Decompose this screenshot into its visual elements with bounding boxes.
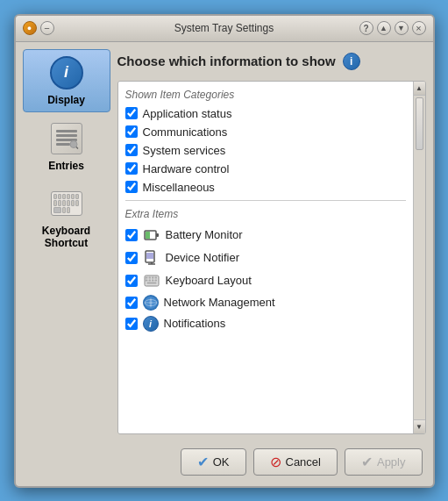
notifications-checkbox[interactable] [125, 318, 138, 330]
battery-monitor-checkbox[interactable] [125, 229, 138, 241]
communications-checkbox[interactable] [125, 125, 138, 138]
display-icon: i [50, 56, 83, 89]
network-management-label: Network Management [164, 296, 275, 309]
close-button[interactable]: × [412, 21, 426, 35]
items-scroll-container: Shown Item Categories Application status… [117, 81, 426, 434]
content-area: i Display [16, 42, 433, 486]
list-item: Application status [118, 104, 413, 123]
sidebar-label-keyboard: KeyboardShortcut [42, 225, 90, 249]
device-notifier-checkbox[interactable] [125, 252, 138, 264]
svg-rect-15 [148, 276, 151, 278]
svg-point-4 [70, 140, 77, 147]
miscellaneous-checkbox[interactable] [125, 181, 138, 193]
svg-rect-7 [156, 233, 159, 237]
ok-button[interactable]: ✔ OK [181, 448, 246, 476]
list-item: Battery Monitor [118, 224, 413, 247]
list-item: Device Notifier [118, 247, 413, 269]
network-management-icon [143, 295, 159, 311]
maximize-button[interactable]: ▲ [377, 21, 391, 35]
minimize-button[interactable]: − [40, 21, 54, 35]
system-services-label: System services [143, 144, 226, 157]
shown-categories-header: Shown Item Categories [118, 85, 413, 104]
display-icon-container: i [49, 55, 84, 90]
help-button[interactable]: ? [359, 21, 373, 35]
hardware-control-checkbox[interactable] [125, 162, 138, 175]
svg-rect-20 [152, 279, 154, 281]
svg-rect-8 [146, 232, 150, 239]
communications-label: Communications [143, 125, 228, 139]
svg-rect-21 [154, 279, 157, 281]
notifications-icon: i [143, 316, 159, 332]
svg-rect-10 [146, 253, 153, 259]
scroll-thumb-area [414, 96, 425, 419]
list-item: Network Management [118, 292, 413, 313]
network-management-checkbox[interactable] [125, 297, 138, 309]
battery-icon [143, 226, 160, 244]
sidebar-label-display: Display [47, 94, 85, 106]
header-title: Choose which information to show [117, 54, 336, 68]
ok-icon: ✔ [197, 454, 209, 470]
apply-label: Apply [377, 455, 406, 469]
sidebar-item-display[interactable]: i Display [23, 49, 110, 112]
svg-rect-3 [56, 143, 70, 146]
cancel-icon: ⊘ [270, 454, 281, 470]
scroll-down-button[interactable]: ▼ [414, 419, 425, 433]
window-title: System Tray Settings [174, 22, 274, 34]
sidebar: i Display [23, 49, 110, 479]
app-status-checkbox[interactable] [125, 107, 138, 119]
notifications-label: Notifications [164, 317, 226, 330]
list-item: Communications [118, 123, 413, 141]
items-content: Shown Item Categories Application status… [118, 82, 413, 433]
svg-rect-17 [154, 276, 157, 278]
titlebar-right-controls: ? ▲ ▼ × [359, 21, 426, 35]
app-status-label: Application status [143, 107, 232, 120]
hardware-control-label: Hardware control [143, 162, 230, 175]
svg-rect-0 [56, 130, 77, 132]
extra-items-header: Extra Items [118, 204, 413, 224]
svg-line-5 [76, 147, 78, 148]
miscellaneous-label: Miscellaneous [143, 181, 215, 194]
scroll-thumb[interactable] [416, 97, 423, 150]
sidebar-item-entries[interactable]: Entries [23, 116, 110, 177]
restore-button[interactable]: ▼ [395, 21, 409, 35]
list-item: System services [118, 141, 413, 160]
keyboard-layout-checkbox[interactable] [125, 275, 138, 287]
main-panel: Choose which information to show i Shown… [117, 49, 426, 479]
cancel-button[interactable]: ⊘ Cancel [253, 448, 338, 476]
svg-rect-19 [148, 279, 151, 281]
entries-icon [51, 123, 82, 154]
main-window: ● − System Tray Settings ? ▲ ▼ × [14, 14, 435, 488]
ok-label: OK [213, 455, 230, 469]
cancel-label: Cancel [286, 455, 321, 469]
svg-rect-22 [146, 282, 156, 283]
device-notifier-label: Device Notifier [166, 251, 240, 264]
button-bar: ✔ OK ⊘ Cancel ✔ Apply [117, 441, 426, 479]
list-item: i Notifications [118, 313, 413, 334]
titlebar: ● − System Tray Settings ? ▲ ▼ × [16, 16, 433, 42]
sidebar-item-keyboard[interactable]: KeyboardShortcut [23, 181, 110, 254]
keyboard-layout-label: Keyboard Layout [166, 274, 252, 287]
keyboard-icon-container [49, 186, 84, 221]
section-divider [125, 200, 406, 201]
apply-icon: ✔ [361, 454, 373, 470]
sidebar-label-entries: Entries [48, 160, 84, 172]
entries-icon-container [49, 121, 84, 156]
battery-monitor-label: Battery Monitor [166, 228, 243, 241]
info-icon: i [343, 53, 360, 70]
list-item: Keyboard Layout [118, 269, 413, 292]
svg-rect-1 [56, 134, 77, 137]
list-item: Hardware control [118, 160, 413, 178]
keyboard-icon [51, 191, 82, 216]
scroll-up-button[interactable]: ▲ [414, 82, 425, 96]
device-notifier-icon [143, 249, 160, 267]
apply-button[interactable]: ✔ Apply [345, 448, 423, 476]
window-icon: ● [23, 21, 37, 35]
system-services-checkbox[interactable] [125, 144, 138, 156]
window-controls: ● − [23, 21, 54, 35]
header-section: Choose which information to show i [117, 49, 426, 74]
svg-rect-16 [152, 276, 154, 278]
list-item: Miscellaneous [118, 178, 413, 197]
keyboard-layout-icon [143, 272, 160, 290]
svg-rect-18 [146, 279, 148, 281]
scrollbar[interactable]: ▲ ▼ [413, 82, 425, 433]
